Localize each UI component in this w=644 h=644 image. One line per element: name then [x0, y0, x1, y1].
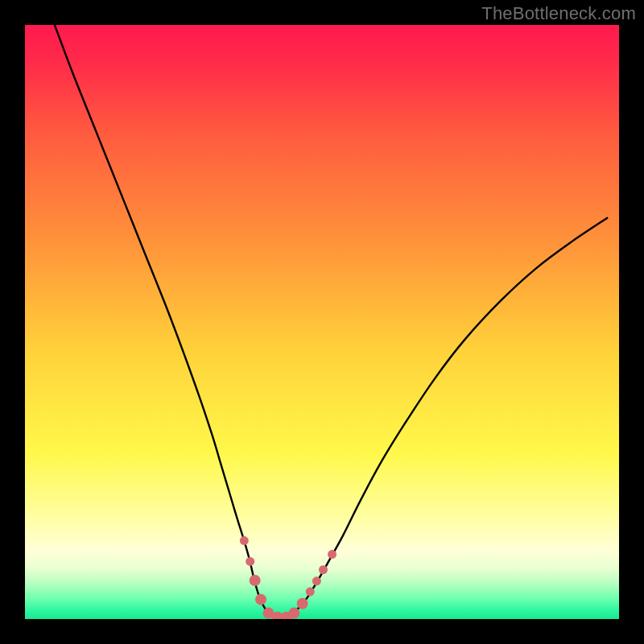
data-marker [306, 588, 315, 597]
data-marker [297, 598, 308, 609]
data-marker [328, 550, 336, 559]
data-marker [288, 608, 299, 619]
watermark-text: TheBottleneck.com [481, 3, 636, 24]
data-marker [319, 565, 328, 574]
data-marker [240, 536, 249, 545]
data-marker [246, 557, 254, 566]
data-marker [250, 575, 261, 586]
bottleneck-chart [25, 25, 619, 619]
chart-frame: TheBottleneck.com [0, 0, 644, 644]
gradient-bg [25, 25, 619, 619]
data-marker [312, 576, 321, 585]
data-marker [255, 594, 266, 605]
